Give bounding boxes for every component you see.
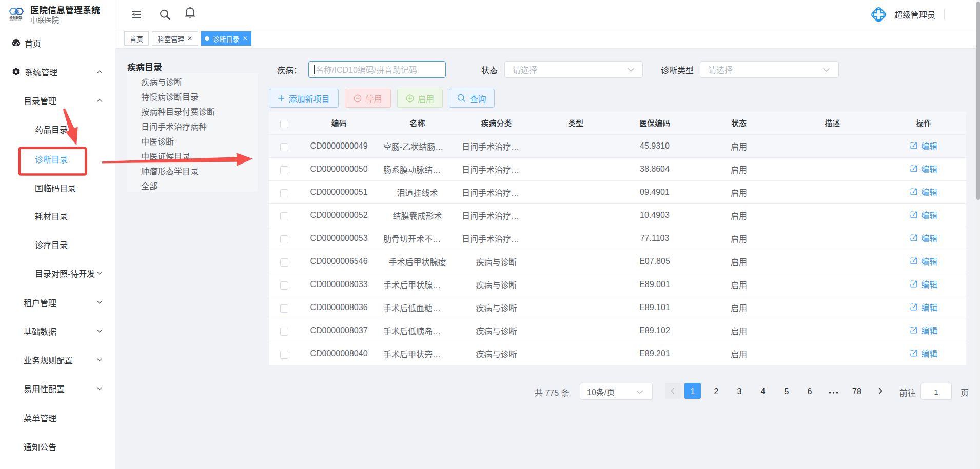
svg-text:HEALTH LINK: HEALTH LINK: [10, 19, 22, 22]
